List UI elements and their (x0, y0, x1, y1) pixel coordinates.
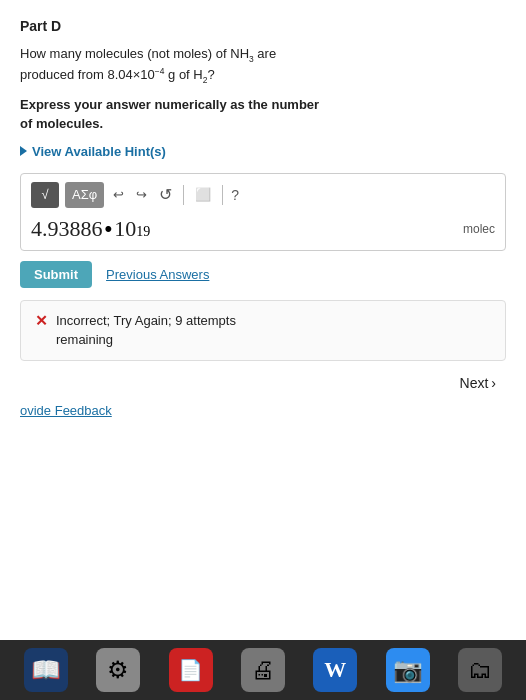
video-icon[interactable]: 📷 (386, 648, 430, 692)
answer-box: √ ΑΣφ ↩ ↪ ↺ ⬜ ? 4.93886 • 10 19 molec (20, 173, 506, 251)
dot-separator: • (105, 216, 113, 242)
toolbar-separator-2 (222, 185, 223, 205)
book-icon[interactable]: 📖 (24, 648, 68, 692)
printer-icon[interactable]: 🖨 (241, 648, 285, 692)
previous-answers-link[interactable]: Previous Answers (106, 267, 209, 282)
result-text: Incorrect; Try Again; 9 attemptsremainin… (56, 311, 236, 350)
answer-display[interactable]: 4.93886 • 10 19 (31, 216, 150, 242)
hint-label: View Available Hint(s) (32, 144, 166, 159)
check-icon: √ (41, 187, 48, 202)
pdf-icon[interactable]: 📄 (169, 648, 213, 692)
next-row: Next › (20, 375, 506, 391)
azo-label: ΑΣφ (72, 187, 97, 202)
gear-icon[interactable]: ⚙ (96, 648, 140, 692)
next-link[interactable]: Next › (460, 375, 496, 391)
unit-label: molec (463, 222, 495, 236)
feedback-link[interactable]: ovide Feedback (20, 403, 112, 418)
result-box: ✕ Incorrect; Try Again; 9 attemptsremain… (20, 300, 506, 361)
toolbar: √ ΑΣφ ↩ ↪ ↺ ⬜ ? (31, 182, 495, 208)
taskbar: 📖 ⚙ 📄 🖨 W 📷 🗂 (0, 640, 526, 700)
hint-link[interactable]: View Available Hint(s) (20, 144, 506, 159)
azo-button[interactable]: ΑΣφ (65, 182, 104, 208)
answer-value: 4.93886 (31, 216, 103, 242)
express-instruction: Express your answer numerically as the n… (20, 95, 506, 134)
help-button[interactable]: ? (231, 187, 239, 203)
submit-button[interactable]: Submit (20, 261, 92, 288)
word-icon[interactable]: W (313, 648, 357, 692)
power-exponent: 19 (136, 224, 150, 240)
undo-button[interactable]: ↩ (110, 184, 127, 205)
power-base: 10 (114, 216, 136, 242)
finder-icon[interactable]: 🗂 (458, 648, 502, 692)
toolbar-separator (183, 185, 184, 205)
check-button[interactable]: √ (31, 182, 59, 208)
part-label: Part D (20, 18, 506, 34)
hint-arrow-icon (20, 146, 27, 156)
image-button[interactable]: ⬜ (192, 184, 214, 205)
next-chevron-icon: › (491, 375, 496, 391)
incorrect-icon: ✕ (35, 312, 48, 330)
answer-input-area: 4.93886 • 10 19 molec (31, 216, 495, 242)
next-label: Next (460, 375, 489, 391)
redo-button[interactable]: ↪ (133, 184, 150, 205)
question-text: How many molecules (not moles) of NH3 ar… (20, 44, 506, 87)
submit-row: Submit Previous Answers (20, 261, 506, 288)
refresh-button[interactable]: ↺ (156, 182, 175, 207)
